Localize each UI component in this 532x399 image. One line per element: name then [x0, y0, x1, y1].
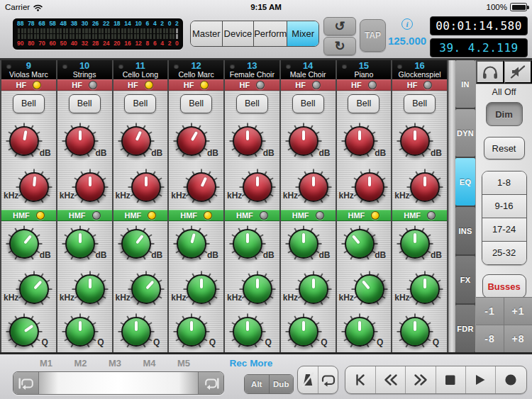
busses-button[interactable]: Busses: [482, 274, 526, 298]
hmf-led[interactable]: [148, 211, 156, 220]
hmf-band-header[interactable]: HMF: [392, 210, 447, 221]
tab-fdr[interactable]: FDR: [455, 305, 475, 352]
hf-band-header[interactable]: HF: [281, 79, 336, 91]
reset-button[interactable]: Reset: [484, 137, 525, 159]
marker-m2[interactable]: M2: [74, 358, 87, 369]
channel-header[interactable]: 10 Strings: [57, 60, 112, 79]
hmf-gain-knob[interactable]: [116, 224, 156, 264]
rack-scrollbar[interactable]: [448, 60, 455, 352]
fast-forward-button[interactable]: [405, 366, 435, 393]
hf-gain-knob[interactable]: [116, 121, 156, 161]
nudge-plus-1-button[interactable]: +1: [504, 298, 532, 325]
hmf-q-knob[interactable]: [284, 312, 323, 352]
alt-button[interactable]: Alt: [245, 375, 269, 393]
hmf-band-header[interactable]: HMF: [57, 210, 112, 221]
hmf-q-knob[interactable]: [4, 312, 44, 352]
metronome-button[interactable]: [298, 366, 318, 393]
nudge-plus-8-button[interactable]: +8: [504, 325, 532, 352]
hf-freq-knob[interactable]: [294, 167, 333, 207]
hmf-led[interactable]: [92, 211, 101, 220]
info-icon[interactable]: i: [401, 18, 413, 30]
marker-m4[interactable]: M4: [143, 358, 155, 369]
hmf-band-header[interactable]: HMF: [281, 210, 336, 221]
channel-header[interactable]: 11 Cello Long: [113, 60, 168, 79]
hmf-gain-knob[interactable]: [172, 224, 211, 264]
tempo-value[interactable]: 125.000: [388, 35, 426, 47]
hf-led[interactable]: [368, 81, 377, 89]
hmf-gain-knob[interactable]: [395, 224, 435, 264]
hf-freq-knob[interactable]: [126, 167, 166, 207]
tab-fx[interactable]: FX: [455, 256, 475, 303]
hmf-q-knob[interactable]: [172, 312, 211, 352]
channel-header[interactable]: 12 Cello Marc: [169, 60, 223, 79]
hmf-band-header[interactable]: HMF: [1, 210, 56, 221]
bell-button[interactable]: Bell: [69, 94, 101, 113]
hf-band-header[interactable]: HF: [169, 79, 223, 91]
hf-freq-knob[interactable]: [14, 167, 54, 207]
dim-button[interactable]: Dim: [486, 102, 523, 126]
bell-button[interactable]: Bell: [124, 94, 156, 113]
hmf-gain-knob[interactable]: [340, 224, 379, 264]
channel-header[interactable]: 16 Glockenspiel: [392, 60, 447, 79]
nudge-minus-8-button[interactable]: -8: [476, 325, 504, 352]
hmf-freq-knob[interactable]: [14, 269, 54, 309]
hmf-freq-knob[interactable]: [405, 269, 445, 309]
hf-freq-knob[interactable]: [350, 167, 389, 207]
hf-gain-knob[interactable]: [228, 121, 267, 161]
hmf-q-knob[interactable]: [228, 312, 267, 352]
bank-17-24-button[interactable]: 17-24: [482, 218, 526, 241]
hmf-gain-knob[interactable]: [4, 224, 44, 264]
hmf-q-knob[interactable]: [340, 312, 379, 352]
bell-button[interactable]: Bell: [236, 94, 268, 113]
tab-device[interactable]: Device: [222, 21, 254, 46]
hf-led[interactable]: [423, 81, 432, 89]
bank-1-8-button[interactable]: 1-8: [482, 172, 526, 194]
loop-toggle-button[interactable]: [318, 366, 338, 393]
tab-eq[interactable]: EQ: [455, 158, 475, 206]
hmf-q-knob[interactable]: [395, 312, 435, 352]
hmf-freq-knob[interactable]: [70, 269, 110, 309]
hmf-freq-knob[interactable]: [182, 269, 221, 309]
hmf-led[interactable]: [427, 211, 436, 220]
hmf-band-header[interactable]: HMF: [169, 210, 223, 221]
hf-gain-knob[interactable]: [395, 121, 435, 161]
bell-button[interactable]: Bell: [404, 94, 436, 113]
hmf-freq-knob[interactable]: [126, 269, 166, 309]
tab-perform[interactable]: Perform: [253, 21, 287, 46]
hmf-led[interactable]: [316, 211, 324, 220]
hf-gain-knob[interactable]: [284, 121, 323, 161]
hmf-led[interactable]: [260, 211, 268, 220]
hf-gain-knob[interactable]: [4, 121, 44, 161]
tab-mixer[interactable]: Mixer: [287, 21, 318, 46]
bank-9-16-button[interactable]: 9-16: [482, 194, 526, 218]
tab-in[interactable]: IN: [455, 60, 475, 108]
hmf-gain-knob[interactable]: [228, 224, 267, 264]
hmf-band-header[interactable]: HMF: [337, 210, 392, 221]
rec-more-label[interactable]: Rec More: [224, 358, 278, 369]
hf-band-header[interactable]: HF: [1, 79, 56, 91]
hf-band-header[interactable]: HF: [392, 79, 447, 91]
record-button[interactable]: [495, 366, 525, 393]
channel-header[interactable]: 13 Female Choir: [225, 60, 279, 79]
hf-freq-knob[interactable]: [182, 167, 221, 207]
tab-master[interactable]: Master: [191, 21, 222, 46]
hmf-band-header[interactable]: HMF: [225, 210, 279, 221]
hf-led[interactable]: [145, 81, 153, 89]
hf-gain-knob[interactable]: [172, 121, 211, 161]
hf-led[interactable]: [200, 81, 209, 89]
hf-band-header[interactable]: HF: [113, 79, 168, 91]
marker-m1[interactable]: M1: [40, 358, 52, 369]
nudge-minus-1-button[interactable]: -1: [476, 298, 504, 325]
return-to-zero-button[interactable]: [345, 366, 375, 393]
play-button[interactable]: [465, 366, 495, 393]
rewind-button[interactable]: [375, 366, 405, 393]
channel-header[interactable]: 15 Piano: [337, 60, 392, 79]
hmf-led[interactable]: [204, 211, 212, 220]
bell-button[interactable]: Bell: [13, 94, 45, 113]
hf-band-header[interactable]: HF: [337, 79, 392, 91]
bell-button[interactable]: Bell: [180, 94, 212, 113]
hmf-band-header[interactable]: HMF: [113, 210, 168, 221]
hmf-gain-knob[interactable]: [60, 224, 100, 264]
bank-25-32-button[interactable]: 25-32: [482, 241, 526, 264]
loop-range-track[interactable]: [39, 372, 198, 394]
